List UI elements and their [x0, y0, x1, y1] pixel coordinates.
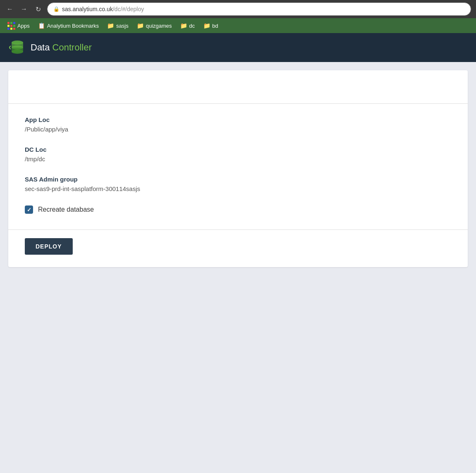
card-body: App Loc /Public/app/viya DC Loc /tmp/dc … [8, 104, 468, 229]
apps-grid-icon [7, 22, 15, 29]
dc-loc-label: DC Loc [25, 146, 451, 153]
bookmark-quizgames-label: quizgames [146, 23, 172, 29]
refresh-button[interactable]: ↻ [33, 4, 43, 14]
bookmark-analytium-label: Analytium Bookmarks [47, 23, 99, 29]
address-url: sas.analytium.co.uk/dc/#/deploy [62, 6, 144, 12]
recreate-db-checkbox[interactable]: ✓ [25, 205, 33, 214]
folder-icon-bd: 📁 [203, 22, 210, 29]
bookmark-dc[interactable]: 📁 dc [177, 21, 198, 30]
lock-icon: 🔒 [53, 6, 60, 12]
folder-icon-dc: 📁 [180, 22, 187, 29]
table-icon: 📋 [38, 22, 45, 29]
sas-admin-value: sec-sas9-prd-int-sasplatform-300114sasjs [25, 185, 451, 192]
bookmark-sasjs[interactable]: 📁 sasjs [104, 21, 132, 30]
browser-toolbar: ← → ↻ 🔒 sas.analytium.co.uk/dc/#/deploy [0, 0, 476, 18]
app-header: Data Controller [0, 33, 476, 62]
back-button[interactable]: ← [5, 4, 15, 14]
apps-bookmark[interactable]: Apps [4, 21, 33, 31]
recreate-db-row: ✓ Recreate database [25, 205, 451, 214]
bookmark-bd[interactable]: 📁 bd [200, 21, 221, 30]
url-path: /dc/#/deploy [113, 6, 144, 12]
browser-chrome: ← → ↻ 🔒 sas.analytium.co.uk/dc/#/deploy [0, 0, 476, 33]
folder-icon-sasjs: 📁 [107, 22, 114, 29]
svg-point-4 [12, 50, 23, 54]
bookmark-analytium[interactable]: 📋 Analytium Bookmarks [35, 21, 102, 30]
card-footer: DEPLOY [8, 230, 468, 267]
address-bar[interactable]: 🔒 sas.analytium.co.uk/dc/#/deploy [47, 2, 471, 16]
logo-text: Data Controller [31, 42, 92, 53]
checkmark-icon: ✓ [27, 207, 31, 213]
logo-svg-icon [8, 38, 26, 57]
bookmarks-bar: Apps 📋 Analytium Bookmarks 📁 sasjs 📁 qui… [0, 18, 476, 33]
bookmark-quizgames[interactable]: 📁 quizgames [133, 21, 175, 30]
logo-controller: Controller [52, 42, 92, 53]
app-loc-value: /Public/app/viya [25, 126, 451, 133]
bookmark-sasjs-label: sasjs [116, 23, 129, 29]
app-loc-label: App Loc [25, 116, 451, 123]
sas-admin-label: SAS Admin group [25, 176, 451, 183]
folder-icon-quizgames: 📁 [137, 22, 144, 29]
dc-loc-value: /tmp/dc [25, 155, 451, 162]
app-logo: Data Controller [8, 38, 92, 57]
url-domain: sas.analytium.co.uk [62, 6, 113, 12]
card-spacer [8, 70, 468, 103]
forward-button[interactable]: → [19, 4, 29, 14]
dc-loc-group: DC Loc /tmp/dc [25, 146, 451, 162]
deploy-button[interactable]: DEPLOY [25, 238, 73, 255]
main-content: App Loc /Public/app/viya DC Loc /tmp/dc … [0, 62, 476, 473]
apps-label: Apps [17, 23, 30, 29]
app-loc-group: App Loc /Public/app/viya [25, 116, 451, 133]
recreate-db-label: Recreate database [38, 206, 94, 213]
bookmark-dc-label: dc [189, 23, 195, 29]
logo-data: Data [31, 42, 50, 53]
sas-admin-group: SAS Admin group sec-sas9-prd-int-sasplat… [25, 176, 451, 192]
deploy-card: App Loc /Public/app/viya DC Loc /tmp/dc … [8, 70, 468, 267]
bookmark-bd-label: bd [212, 23, 218, 29]
